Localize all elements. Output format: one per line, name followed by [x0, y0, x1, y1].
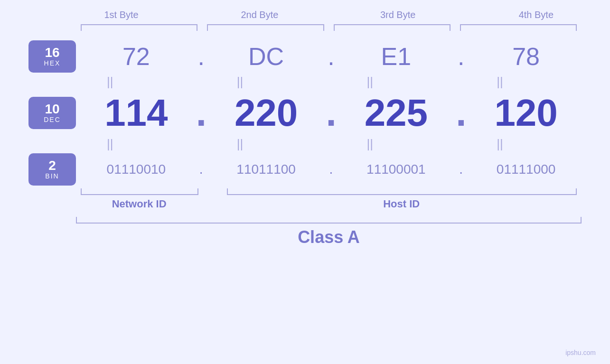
hex-value-4: 78 — [512, 43, 540, 70]
dec-value-2: 220 — [235, 92, 298, 134]
hex-dot-2: . — [322, 42, 341, 71]
bin-cell-1: 01110010 — [81, 162, 192, 177]
dec-row: 10 DEC 114 . 220 . 225 . 120 — [28, 91, 582, 135]
hex-base-num: 16 — [45, 46, 59, 59]
hex-dot-3: . — [451, 42, 470, 71]
byte-label-1: 1st Byte — [52, 9, 190, 20]
bin-dot-1: . — [192, 162, 211, 177]
equals-1-1: || — [55, 75, 166, 89]
dec-dot-3: . — [451, 91, 470, 135]
bracket-network — [81, 188, 198, 195]
equals-row-1: || || || || — [55, 75, 555, 89]
class-bracket — [76, 217, 582, 224]
top-brackets-row — [76, 24, 582, 31]
bottom-brackets-row — [76, 188, 582, 195]
bin-value-2: 11011100 — [236, 162, 296, 177]
equals-2-2: || — [185, 137, 296, 151]
class-label: Class A — [76, 227, 582, 247]
class-section: Class A — [76, 217, 582, 247]
hex-value-2: DC — [248, 43, 284, 70]
bracket-host — [227, 188, 577, 195]
id-labels-row: Network ID Host ID — [76, 198, 582, 210]
bin-label-badge: 2 BIN — [28, 153, 76, 186]
id-dot-spacer — [202, 198, 221, 210]
bracket-top-3 — [334, 24, 450, 31]
bottom-section: Network ID Host ID — [76, 188, 582, 215]
network-id-label: Network ID — [81, 198, 197, 210]
hex-cell-4: 78 — [470, 42, 582, 71]
equals-1-3: || — [315, 75, 426, 89]
watermark: ipshu.com — [565, 349, 596, 356]
bin-cells: 01110010 . 11011100 . 11100001 . 0111100… — [81, 162, 582, 177]
bin-cell-2: 11011100 — [211, 162, 322, 177]
bin-base-num: 2 — [48, 159, 56, 172]
bin-cell-4: 01111000 — [470, 162, 582, 177]
hex-label-badge: 16 HEX — [28, 40, 76, 73]
dec-cells: 114 . 220 . 225 . 120 — [81, 91, 582, 135]
byte-label-3: 3rd Byte — [329, 9, 467, 20]
byte-label-2: 2nd Byte — [190, 9, 328, 20]
bin-base-text: BIN — [45, 172, 59, 180]
bin-dot-2: . — [322, 162, 341, 177]
equals-2-3: || — [315, 137, 426, 151]
hex-value-1: 72 — [122, 43, 150, 70]
byte-label-4: 4th Byte — [467, 9, 605, 20]
dec-dot-1: . — [192, 91, 211, 135]
bin-dot-3: . — [451, 162, 470, 177]
dec-label-badge: 10 DEC — [28, 97, 76, 129]
byte-labels-row: 1st Byte 2nd Byte 3rd Byte 4th Byte — [52, 9, 605, 20]
dec-cell-3: 225 — [341, 91, 452, 135]
bin-value-1: 01110010 — [107, 162, 166, 177]
hex-cell-1: 72 — [81, 42, 192, 71]
host-id-label: Host ID — [226, 198, 577, 210]
bin-cell-3: 11100001 — [341, 162, 452, 177]
hex-row: 16 HEX 72 . DC . E1 . 78 — [28, 40, 582, 73]
bracket-top-4 — [460, 24, 577, 31]
bracket-dot-gap-1 — [203, 188, 222, 195]
dec-value-1: 114 — [104, 92, 168, 134]
bin-row: 2 BIN 01110010 . 11011100 . 11100001 . 0… — [28, 153, 582, 186]
hex-base-text: HEX — [44, 59, 61, 67]
dec-cell-1: 114 — [81, 91, 192, 135]
equals-1-2: || — [185, 75, 296, 89]
dec-value-3: 225 — [365, 92, 428, 134]
dec-value-4: 120 — [494, 92, 557, 134]
equals-row-2: || || || || — [55, 137, 555, 151]
bracket-top-2 — [207, 24, 324, 31]
hex-dot-1: . — [192, 42, 211, 71]
dec-base-num: 10 — [45, 103, 59, 116]
bin-value-3: 11100001 — [366, 162, 426, 177]
bin-value-4: 01111000 — [497, 162, 556, 177]
dec-base-text: DEC — [44, 116, 61, 123]
hex-cells: 72 . DC . E1 . 78 — [81, 42, 582, 71]
main-container: 1st Byte 2nd Byte 3rd Byte 4th Byte 16 H… — [0, 0, 610, 364]
dec-dot-2: . — [322, 91, 341, 135]
dec-cell-4: 120 — [470, 91, 582, 135]
equals-2-4: || — [444, 137, 555, 151]
dec-cell-2: 220 — [211, 91, 322, 135]
equals-1-4: || — [444, 75, 555, 89]
bracket-top-1 — [81, 24, 197, 31]
equals-2-1: || — [55, 137, 166, 151]
hex-cell-3: E1 — [341, 42, 452, 71]
hex-value-3: E1 — [381, 43, 412, 70]
hex-cell-2: DC — [211, 42, 322, 71]
